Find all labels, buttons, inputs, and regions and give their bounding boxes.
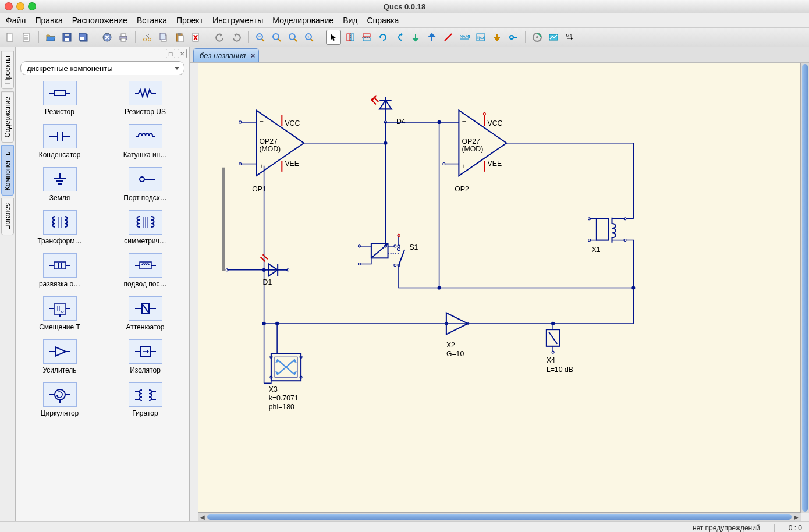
simulate-icon[interactable]	[530, 30, 544, 44]
svg-rect-128	[597, 219, 608, 240]
undo-icon[interactable]	[213, 30, 227, 44]
attenuator-icon	[129, 296, 162, 321]
menu-tools[interactable]: Инструменты	[212, 16, 263, 25]
component-label: подвод пос…	[123, 280, 166, 288]
component-item-inductor[interactable]: Катушка ин…	[105, 124, 186, 159]
save-all-icon[interactable]	[76, 30, 90, 44]
deactivate-icon[interactable]	[392, 30, 406, 44]
tab-contents[interactable]: Содержание	[1, 91, 14, 143]
print-icon[interactable]	[116, 30, 130, 44]
svg-text:−: −	[462, 118, 466, 126]
component-item-circulator[interactable]: Циркулятор	[19, 382, 100, 417]
svg-line-33	[278, 39, 281, 41]
status-warnings: нет предупреждений	[693, 524, 760, 532]
dock-icon[interactable]: ◻	[166, 49, 175, 58]
resistor-us-icon	[129, 81, 162, 105]
component-item-gyrator[interactable]: Гиратор	[105, 382, 186, 417]
insert-gnd-up-icon[interactable]	[425, 30, 439, 44]
side-tabs: Проекты Содержание Компоненты Libraries	[0, 47, 16, 521]
svg-rect-25	[178, 33, 181, 35]
component-label: Смещение Т	[39, 323, 80, 331]
zoom-fit-icon[interactable]	[253, 30, 267, 44]
svg-text:−: −	[259, 118, 263, 126]
statusbar: нет предупреждений 0 : 0	[0, 521, 809, 532]
menu-help[interactable]: Справка	[367, 16, 399, 25]
close-icon[interactable]	[100, 30, 114, 44]
menubar: Файл Правка Расположение Вставка Проект …	[0, 13, 809, 28]
middle-relay-symbol	[358, 244, 399, 267]
status-coords: 0 : 0	[789, 524, 802, 532]
svg-point-113	[239, 163, 242, 165]
select-icon[interactable]	[326, 30, 341, 45]
doc-tab-untitled[interactable]: без названия ×	[193, 48, 259, 62]
svg-text:+: +	[462, 162, 466, 171]
component-item-port[interactable]: Порт подсх…	[105, 167, 186, 202]
schematic-canvas[interactable]: VCC VEE OP27 (MOD) − + OP1	[198, 63, 801, 513]
svg-rect-15	[121, 34, 126, 36]
zoom-out-icon[interactable]: −	[269, 30, 283, 44]
new-text-icon[interactable]	[20, 30, 34, 44]
component-item-transformer[interactable]: Трансформ…	[19, 210, 100, 245]
port-icon[interactable]	[506, 30, 520, 44]
port-icon	[129, 167, 162, 191]
cut-icon[interactable]	[140, 30, 154, 44]
op1-model1: OP27	[259, 137, 278, 146]
close-tab-icon[interactable]: ×	[251, 51, 256, 60]
horizontal-scrollbar[interactable]: ◀ ▶	[198, 512, 801, 521]
ground-icon	[43, 167, 77, 191]
zoom-1-icon[interactable]: 1	[302, 30, 316, 44]
svg-text:+: +	[290, 34, 293, 40]
component-item-ground[interactable]: Земля	[19, 167, 100, 202]
tab-libraries[interactable]: Libraries	[1, 198, 14, 235]
tab-components[interactable]: Компоненты	[1, 145, 14, 196]
insert-gnd-down-icon[interactable]	[409, 30, 423, 44]
show-results-icon[interactable]	[547, 30, 560, 44]
mirror-v-icon[interactable]	[343, 30, 357, 44]
x3-p1: k=0.7071	[269, 394, 299, 402]
delete-icon[interactable]	[189, 30, 203, 44]
component-item-capacitor[interactable]: Конденсатор	[19, 124, 100, 159]
menu-edit[interactable]: Правка	[35, 16, 62, 25]
paste-icon[interactable]	[173, 30, 187, 44]
component-item-isolator[interactable]: Изолятор	[105, 339, 186, 374]
svg-line-36	[294, 39, 297, 41]
menu-project[interactable]: Проект	[176, 16, 203, 25]
component-item-biastee[interactable]: Смещение Т	[19, 296, 100, 331]
svg-rect-86	[140, 262, 151, 269]
x4-symbol	[547, 324, 560, 352]
gyrator-icon	[129, 382, 162, 407]
component-item-transformer2[interactable]: симметрич…	[105, 210, 186, 245]
component-item-amplifier[interactable]: Усилитель	[19, 339, 100, 374]
component-label: Усилитель	[42, 366, 76, 374]
copy-icon[interactable]	[157, 30, 171, 44]
component-item-resistor[interactable]: Резистор	[19, 81, 100, 116]
ground-icon[interactable]	[490, 30, 504, 44]
marker-icon[interactable]: M1	[563, 30, 577, 44]
vertical-scrollbar[interactable]	[800, 63, 809, 513]
mirror-h-icon[interactable]	[360, 30, 374, 44]
component-category-combo[interactable]: дискретные компоненты	[20, 61, 184, 75]
menu-insert[interactable]: Вставка	[137, 16, 167, 25]
equation-icon[interactable]: f(ω)	[474, 30, 488, 44]
tab-projects[interactable]: Проекты	[1, 51, 14, 89]
menu-view[interactable]: Вид	[343, 16, 357, 25]
svg-rect-41	[347, 34, 350, 41]
component-item-dcblock[interactable]: развязка о…	[19, 253, 100, 288]
x3-name: X3	[269, 385, 278, 393]
zoom-in-icon[interactable]: +	[286, 30, 300, 44]
component-item-dcfeed[interactable]: подвод пос…	[105, 253, 186, 288]
open-icon[interactable]	[44, 30, 58, 44]
save-icon[interactable]	[60, 30, 74, 44]
menu-file[interactable]: Файл	[6, 16, 26, 25]
wire-label-icon[interactable]: NAME	[457, 30, 471, 44]
close-panel-icon[interactable]: ✕	[178, 49, 187, 58]
redo-icon[interactable]	[229, 30, 243, 44]
menu-layout[interactable]: Расположение	[72, 16, 127, 25]
menu-simulation[interactable]: Моделирование	[272, 16, 333, 25]
rotate-icon[interactable]	[376, 30, 390, 44]
new-icon[interactable]	[3, 30, 17, 44]
component-item-attenuator[interactable]: Аттенюатор	[105, 296, 186, 331]
wire-icon[interactable]	[441, 30, 455, 44]
x2-p1: G=10	[446, 350, 464, 358]
component-item-resistor-us[interactable]: Резистор US	[105, 81, 186, 116]
